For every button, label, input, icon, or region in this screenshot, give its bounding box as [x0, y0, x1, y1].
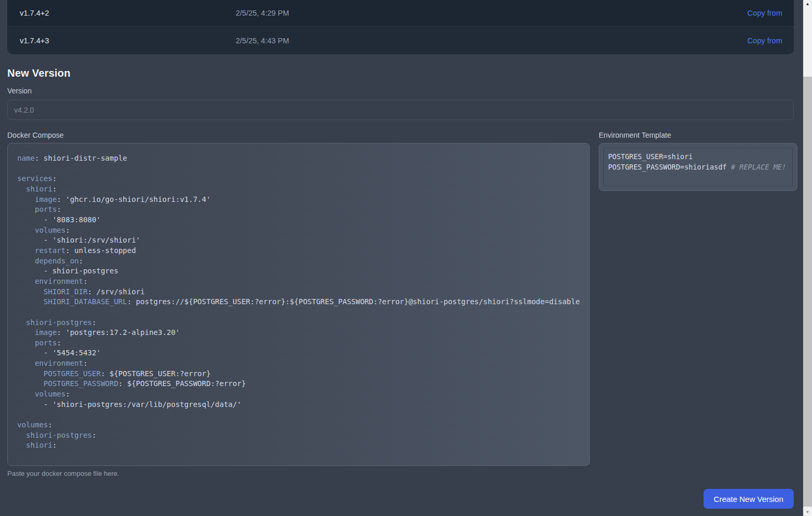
code-line: - 'shiori-postgres:/var/lib/postgresql/d… [17, 400, 580, 410]
table-row: v1.7.4+2 2/5/25, 4:29 PM Copy from [7, 0, 794, 26]
action-cell: Copy from [747, 8, 794, 18]
code-line: shiori-postgres: [17, 318, 580, 328]
code-line: SHIORI_DATABASE_URL: postgres://${POSTGR… [17, 297, 580, 307]
code-line: shiori: [17, 440, 580, 451]
docker-compose-label: Docker Compose [7, 131, 590, 139]
version-cell: v1.7.4+2 [7, 9, 236, 17]
code-line: image: 'ghcr.io/go-shiori/shiori:v1.7.4' [17, 195, 580, 205]
env-code: POSTGRES_USER=shiori [608, 152, 693, 161]
versions-table: v1.7.4+2 2/5/25, 4:29 PM Copy from v1.7.… [7, 0, 794, 54]
env-code: POSTGRES_PASSWORD=shioriasdf [608, 163, 727, 171]
code-line: volumes: [17, 225, 580, 236]
code-line: ports: [17, 205, 580, 215]
code-line: - shiori-postgres [17, 266, 580, 277]
code-line: name: shiori-distr-sample [17, 153, 580, 164]
environment-template-box: POSTGRES_USER=shiori POSTGRES_PASSWORD=s… [599, 143, 797, 191]
env-comment: # REPLACE ME! [726, 163, 786, 171]
code-line: volumes: [17, 420, 580, 430]
code-line: restart: unless-stopped [17, 246, 580, 256]
code-line: volumes: [17, 389, 580, 400]
table-row: v1.7.4+3 2/5/25, 4:43 PM Copy from [7, 26, 794, 54]
editors-section: Docker Compose name: shiori-distr-sample… [7, 131, 794, 477]
code-line: ports: [17, 338, 580, 349]
code-line: services: [17, 174, 580, 184]
code-line: - '8083:8080' [17, 215, 580, 225]
env-line: POSTGRES_USER=shiori [608, 151, 788, 162]
code-line [17, 410, 580, 420]
action-cell: Copy from [747, 36, 794, 45]
code-line: depends_on: [17, 256, 580, 267]
version-cell: v1.7.4+3 [7, 37, 236, 45]
scroll-up-arrow-icon[interactable]: ▲ [803, 0, 812, 8]
code-line: - 'shiori:/srv/shiori' [17, 235, 580, 246]
docker-compose-column: Docker Compose name: shiori-distr-sample… [7, 131, 590, 477]
scroll-down-arrow-icon[interactable]: ▼ [803, 508, 812, 516]
date-cell: 2/5/25, 4:43 PM [236, 37, 747, 45]
code-line [17, 164, 580, 174]
copy-from-link[interactable]: Copy from [747, 9, 782, 17]
docker-compose-editor[interactable]: name: shiori-distr-sample services: shio… [7, 143, 590, 466]
env-line: POSTGRES_PASSWORD=shioriasdf # REPLACE M… [608, 162, 788, 172]
vertical-scrollbar[interactable]: ▲ ▼ [803, 0, 812, 516]
environment-template-label: Environment Template [599, 131, 797, 139]
footer-actions: Create New Version [7, 489, 794, 509]
page-title: New Version [7, 67, 794, 79]
scrollbar-thumb[interactable] [803, 77, 812, 507]
code-line: environment: [17, 277, 580, 287]
copy-from-link[interactable]: Copy from [747, 37, 782, 45]
docker-compose-help-text: Paste your docker compose file here. [7, 470, 590, 477]
create-new-version-button[interactable]: Create New Version [704, 489, 794, 509]
code-line: image: 'postgres:17.2-alpine3.20' [17, 328, 580, 338]
environment-template-column: Environment Template POSTGRES_USER=shior… [599, 131, 797, 477]
code-line: SHIORI_DIR: /srv/shiori [17, 287, 580, 297]
version-label: Version [7, 87, 794, 95]
code-line [17, 307, 580, 318]
code-line: - '5454:5432' [17, 348, 580, 358]
date-cell: 2/5/25, 4:29 PM [236, 9, 747, 17]
code-line: shiori-postgres: [17, 430, 580, 441]
environment-template-editor[interactable]: POSTGRES_USER=shiori POSTGRES_PASSWORD=s… [603, 148, 793, 186]
page: v1.7.4+2 2/5/25, 4:29 PM Copy from v1.7.… [0, 0, 803, 516]
code-line: environment: [17, 358, 580, 369]
version-input[interactable] [7, 100, 794, 120]
code-line: shiori: [17, 184, 580, 195]
code-line: POSTGRES_USER: ${POSTGRES_USER:?error} [17, 369, 580, 379]
code-line: POSTGRES_PASSWORD: ${POSTGRES_PASSWORD:?… [17, 379, 580, 389]
